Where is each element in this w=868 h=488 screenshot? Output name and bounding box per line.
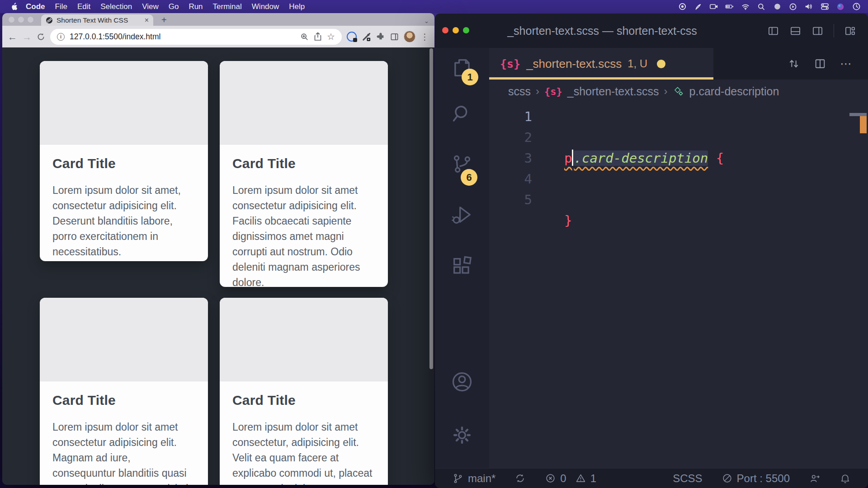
address-bar[interactable]: i 127.0.0.1:5500/index.html ☆	[50, 29, 342, 45]
error-count: 0	[560, 472, 566, 485]
password-manager-extension-icon[interactable]	[347, 32, 357, 42]
live-server-port-item[interactable]: Port : 5500	[722, 472, 790, 485]
menu-item-edit[interactable]: Edit	[72, 2, 95, 11]
reload-button[interactable]	[37, 33, 45, 41]
vscode-window: _shorten-text.scss — shorten-text-css 1	[435, 14, 868, 488]
menu-item-run[interactable]: Run	[184, 2, 208, 11]
browser-tab-strip: Shorten Text With CSS × + ⌄	[2, 13, 434, 26]
breadcrumb-file[interactable]: _shorten-text.scss	[567, 85, 659, 98]
vscode-traffic-lights	[442, 27, 469, 33]
toggle-secondary-sidebar-icon[interactable]	[811, 25, 824, 37]
close-window-button[interactable]	[442, 27, 448, 33]
code-content[interactable]: p.card-description { }	[564, 106, 724, 272]
menu-item-view[interactable]: View	[137, 2, 164, 11]
layout-divider	[834, 24, 834, 38]
spotlight-icon[interactable]	[757, 2, 766, 11]
problems-item[interactable]: 0 1	[545, 472, 596, 485]
open-changes-icon[interactable]	[788, 57, 800, 70]
language-mode-item[interactable]: SCSS	[673, 472, 702, 485]
selector-tag-token: p	[564, 150, 572, 166]
zoom-window-button[interactable]	[28, 17, 33, 23]
more-actions-icon[interactable]: ⋯	[840, 57, 853, 71]
toggle-panel-icon[interactable]	[789, 25, 802, 37]
wifi-icon[interactable]	[741, 2, 750, 11]
settings-gear-icon[interactable]	[450, 423, 474, 447]
browser-traffic-lights	[9, 17, 33, 23]
scss-file-icon: {s}	[500, 57, 520, 70]
card-description: Lorem ipsum dolor sit amet, consectetur …	[52, 183, 195, 259]
editor-tab[interactable]: {s} _shorten-text.scss 1, U	[489, 48, 713, 80]
line-number: 4	[489, 169, 532, 189]
breadcrumb-symbol[interactable]: p.card-description	[689, 85, 779, 98]
control-center-icon[interactable]	[820, 2, 829, 11]
zoom-page-icon[interactable]	[300, 33, 309, 41]
run-debug-icon[interactable]	[450, 203, 474, 226]
warning-overview-marker	[860, 116, 867, 133]
apple-icon[interactable]	[7, 3, 21, 11]
menu-bar-status-icons	[678, 2, 861, 11]
customize-layout-icon[interactable]	[844, 25, 856, 37]
url-text[interactable]: 127.0.0.1:5500/index.html	[70, 32, 160, 42]
screen-record-icon[interactable]	[709, 2, 718, 11]
card-image-placeholder	[40, 298, 208, 381]
play-status-icon[interactable]	[788, 2, 797, 11]
page-scrollbar[interactable]	[429, 48, 433, 369]
browser-tab[interactable]: Shorten Text With CSS ×	[41, 14, 153, 26]
toggle-sidebar-icon[interactable]	[767, 25, 779, 37]
status-dot-icon[interactable]	[773, 2, 782, 11]
port-label: Port : 5500	[737, 472, 790, 485]
symbol-class-icon	[673, 85, 684, 97]
tab-overflow-chevron-icon[interactable]: ⌄	[424, 18, 429, 24]
browser-menu-icon[interactable]: ⋮	[420, 32, 429, 42]
card-title: Card Title	[232, 156, 375, 171]
menu-item-terminal[interactable]: Terminal	[208, 2, 247, 11]
new-tab-button[interactable]: +	[161, 15, 167, 25]
rocket-icon[interactable]	[693, 2, 703, 11]
close-window-button[interactable]	[9, 17, 14, 23]
unsaved-changes-dot-icon[interactable]	[657, 60, 665, 68]
search-icon[interactable]	[450, 102, 474, 126]
git-branch-item[interactable]: main*	[452, 472, 495, 485]
card-title: Card Title	[52, 393, 195, 408]
extensions-icon[interactable]	[450, 255, 474, 278]
breadcrumb-folder[interactable]: scss	[508, 85, 531, 98]
sync-item[interactable]	[514, 473, 526, 484]
battery-icon[interactable]	[725, 2, 734, 11]
feedback-item[interactable]	[809, 473, 821, 484]
colorpicker-extension-icon[interactable]	[362, 32, 371, 42]
menu-item-go[interactable]: Go	[164, 2, 184, 11]
site-info-icon[interactable]: i	[57, 33, 65, 41]
menu-item-help[interactable]: Help	[284, 2, 310, 11]
split-editor-icon[interactable]	[814, 57, 826, 70]
scrollbar-slider[interactable]	[849, 113, 867, 116]
line-number: 5	[489, 189, 532, 210]
card-title: Card Title	[52, 156, 195, 171]
extensions-puzzle-icon[interactable]	[376, 32, 385, 41]
minimize-window-button[interactable]	[453, 27, 459, 33]
share-icon[interactable]	[314, 32, 322, 41]
menu-item-code[interactable]: Code	[21, 2, 50, 11]
side-panel-icon[interactable]	[390, 33, 399, 41]
open-brace-token: {	[716, 150, 724, 166]
menu-item-file[interactable]: File	[50, 2, 72, 11]
card-image-placeholder	[220, 298, 388, 381]
tab-close-icon[interactable]: ×	[145, 17, 149, 24]
bookmark-star-icon[interactable]: ☆	[327, 31, 335, 42]
back-button[interactable]: ←	[8, 32, 17, 42]
record-icon[interactable]	[678, 2, 687, 11]
profile-avatar[interactable]	[404, 31, 415, 42]
forward-button[interactable]: →	[22, 32, 32, 42]
clock-icon[interactable]	[852, 2, 861, 11]
zoom-window-button[interactable]	[463, 27, 469, 33]
desktop: Code File Edit Selection View Go Run Ter…	[0, 0, 868, 488]
minimize-window-button[interactable]	[18, 17, 24, 23]
volume-icon[interactable]	[804, 2, 813, 11]
account-icon[interactable]	[450, 370, 474, 394]
siri-icon[interactable]	[836, 2, 845, 11]
menu-item-selection[interactable]: Selection	[95, 2, 137, 11]
code-editor[interactable]: 1 2 3 4 5 p.card-description { }	[489, 103, 868, 468]
vscode-title-bar[interactable]: _shorten-text.scss — shorten-text-css	[435, 14, 868, 48]
menu-item-window[interactable]: Window	[247, 2, 284, 11]
layout-controls	[767, 14, 856, 48]
notifications-bell-icon[interactable]	[840, 473, 851, 484]
